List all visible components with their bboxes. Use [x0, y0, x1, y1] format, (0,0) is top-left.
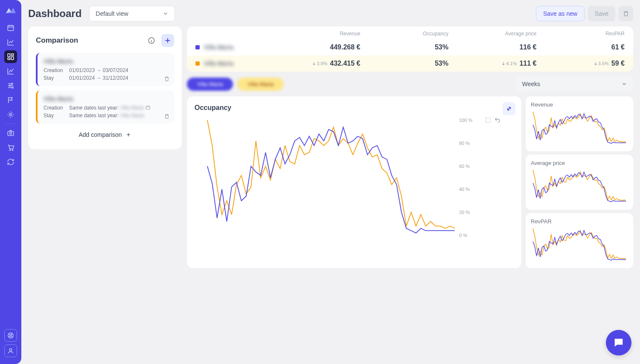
svg-point-8 — [10, 114, 12, 116]
col-avg-price: Average price — [448, 31, 537, 37]
comparison-item[interactable]: Villa Maria CreationSame dates last year… — [36, 90, 174, 124]
chart-svg: 0 %20 %40 %60 %80 %100 % — [195, 112, 485, 244]
comparison-title: Comparison — [36, 36, 78, 45]
sidebar — [0, 0, 21, 364]
sync-icon[interactable] — [4, 156, 17, 168]
expand-icon[interactable] — [503, 102, 515, 115]
svg-point-10 — [10, 133, 12, 135]
logo-icon — [4, 3, 17, 16]
col-revpar: RevPAR — [537, 31, 625, 37]
series-dot — [195, 45, 200, 49]
svg-point-11 — [9, 150, 10, 150]
svg-rect-17 — [146, 106, 150, 110]
svg-text:0 %: 0 % — [459, 233, 467, 238]
series-pill[interactable]: Villa Maria — [237, 78, 283, 91]
calendar-icon[interactable] — [4, 21, 17, 34]
user-icon[interactable] — [4, 344, 17, 357]
series-pills: Villa Maria Villa Maria Weeks — [187, 76, 633, 92]
trash-icon[interactable] — [164, 76, 170, 82]
save-as-new-button[interactable]: Save as new — [536, 6, 585, 21]
granularity-dropdown[interactable]: Weeks — [516, 77, 633, 91]
table-row: Villa Maria 449.268 € 53% 116 € 61 € — [187, 39, 633, 55]
cart-icon[interactable] — [4, 141, 17, 154]
page-title: Dashboard — [28, 8, 81, 20]
calendar-icon[interactable] — [145, 105, 151, 111]
svg-text:60 %: 60 % — [459, 164, 470, 169]
col-occupancy: Occupancy — [361, 31, 449, 37]
svg-rect-9 — [8, 131, 14, 136]
comparison-panel: Comparison Villa Maria Creation01/01/202… — [28, 26, 182, 149]
comparison-item[interactable]: Villa Maria Creation01/01/2023 → 03/07/2… — [36, 53, 174, 86]
chevron-down-icon — [621, 81, 627, 87]
support-icon[interactable] — [4, 329, 17, 342]
arrow-down-icon: 4.1% — [501, 61, 517, 66]
flag-icon[interactable] — [4, 94, 17, 107]
view-label: Default view — [96, 10, 128, 17]
plus-icon — [125, 132, 131, 138]
svg-text:80 %: 80 % — [459, 141, 470, 146]
svg-point-15 — [9, 349, 12, 351]
trend-icon[interactable] — [4, 65, 17, 78]
svg-point-5 — [12, 83, 13, 84]
save-button[interactable]: Save — [588, 6, 615, 21]
chat-icon — [613, 337, 625, 349]
chat-fab[interactable] — [606, 330, 631, 355]
add-icon[interactable] — [161, 34, 174, 47]
trash-icon[interactable] — [164, 113, 170, 119]
svg-point-7 — [12, 87, 13, 88]
arrow-down-icon: 3.5% — [593, 61, 609, 66]
undo-icon[interactable] — [494, 117, 501, 124]
svg-point-6 — [9, 85, 11, 87]
view-dropdown[interactable]: Default view — [89, 6, 175, 21]
series-dot — [195, 61, 200, 66]
svg-rect-3 — [12, 57, 14, 60]
chart-line-icon[interactable] — [4, 36, 17, 49]
svg-rect-2 — [12, 54, 14, 55]
header: Dashboard Default view Save as new Save — [28, 6, 633, 21]
svg-text:20 %: 20 % — [459, 210, 470, 215]
svg-text:100 %: 100 % — [459, 118, 472, 123]
svg-rect-4 — [8, 58, 10, 60]
gear-icon[interactable] — [4, 108, 17, 121]
add-comparison-button[interactable]: Add comparison — [36, 128, 174, 142]
mini-chart-avg-price[interactable]: Average price — [526, 155, 633, 210]
camera-icon[interactable] — [4, 127, 17, 139]
select-icon[interactable] — [485, 117, 492, 124]
chevron-down-icon — [163, 11, 169, 17]
svg-rect-0 — [8, 26, 14, 31]
svg-rect-18 — [486, 118, 491, 123]
chart-title: Occupancy — [195, 104, 514, 112]
mini-chart-revenue[interactable]: Revenue — [526, 96, 633, 151]
col-revenue: Revenue — [272, 31, 361, 37]
svg-point-14 — [10, 335, 12, 336]
info-icon[interactable] — [145, 34, 158, 47]
svg-point-12 — [12, 150, 13, 150]
dashboard-icon[interactable] — [4, 50, 17, 63]
mini-chart-revpar[interactable]: RevPAR — [526, 213, 633, 268]
sliders-icon[interactable] — [4, 79, 17, 92]
svg-rect-1 — [8, 54, 10, 57]
stats-table: Revenue Occupancy Average price RevPAR V… — [187, 26, 633, 72]
series-pill[interactable]: Villa Maria — [187, 78, 233, 91]
delete-button[interactable] — [619, 6, 633, 21]
table-row: Villa Maria 3.8%432.415 € 53% 4.1%111 € … — [187, 55, 633, 72]
svg-text:40 %: 40 % — [459, 187, 470, 192]
occupancy-chart: Occupancy 0 %20 %40 %60 %80 %100 % — [187, 96, 521, 268]
arrow-down-icon: 3.8% — [312, 61, 327, 66]
